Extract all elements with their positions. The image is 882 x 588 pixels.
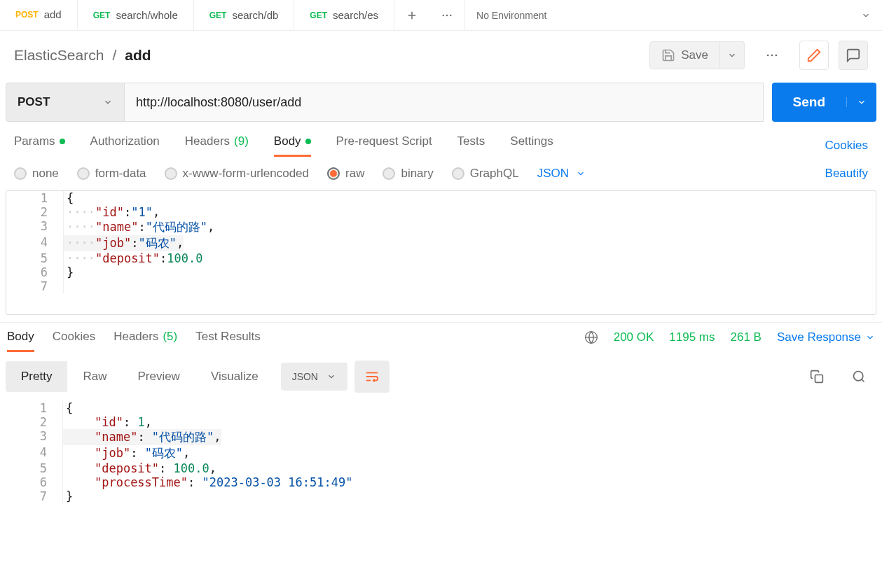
save-button-group: Save	[649, 41, 745, 69]
view-raw[interactable]: Raw	[67, 361, 122, 392]
tab-label: add	[44, 8, 62, 20]
dot-icon	[305, 139, 311, 144]
copy-response-button[interactable]	[799, 370, 834, 384]
url-input[interactable]: http://localhost:8080/user/add	[125, 83, 764, 122]
more-tabs-button[interactable]	[429, 9, 464, 22]
radio-icon	[14, 167, 27, 180]
radio-binary[interactable]: binary	[383, 167, 433, 181]
radio-xwww[interactable]: x-www-form-urlencoded	[165, 167, 309, 181]
pencil-icon	[806, 48, 822, 63]
dot-icon	[60, 139, 65, 144]
radio-form-data[interactable]: form-data	[77, 167, 146, 181]
radio-icon	[327, 167, 340, 180]
save-label: Save	[681, 48, 708, 62]
search-response-button[interactable]	[841, 370, 876, 384]
response-body-editor[interactable]: 1{ 2 "id": 1, 3 "name": "代码的路", 4 "job":…	[0, 401, 882, 503]
chevron-down-icon	[857, 97, 867, 107]
tab-search-db[interactable]: GET search/db	[194, 0, 295, 30]
svg-point-3	[446, 14, 448, 15]
send-button[interactable]: Send	[772, 94, 846, 110]
copy-icon	[810, 370, 824, 384]
environment-selector[interactable]: No Environment	[464, 0, 882, 30]
svg-point-7	[776, 55, 778, 57]
response-time: 1195 ms	[669, 330, 715, 344]
save-response-button[interactable]: Save Response	[777, 330, 875, 344]
body-type-row: none form-data x-www-form-urlencoded raw…	[0, 157, 882, 190]
tab-actions	[394, 0, 464, 30]
response-tabs: Body Cookies Headers(5) Test Results 200…	[0, 322, 882, 352]
request-tabs: Params Authorization Headers(9) Body Pre…	[0, 122, 882, 157]
chevron-down-icon	[326, 372, 336, 382]
tab-search-whole[interactable]: GET search/whole	[78, 0, 194, 30]
response-size: 261 B	[731, 330, 762, 344]
breadcrumb-name: add	[125, 47, 151, 64]
top-tabs: POST add GET search/whole GET search/db …	[0, 0, 882, 31]
edit-button[interactable]	[799, 41, 829, 70]
comment-icon	[846, 48, 861, 63]
response-format-select[interactable]: JSON	[281, 363, 347, 391]
send-dropdown[interactable]	[846, 97, 876, 107]
response-meta: 200 OK 1195 ms 261 B Save Response	[584, 330, 875, 351]
view-visualize[interactable]: Visualize	[195, 361, 274, 392]
tab-settings[interactable]: Settings	[510, 134, 553, 157]
method-select[interactable]: POST	[6, 83, 125, 122]
tab-params[interactable]: Params	[14, 134, 65, 157]
save-dropdown[interactable]	[719, 42, 744, 69]
svg-point-4	[450, 14, 451, 15]
tab-search-es[interactable]: GET search/es	[294, 0, 394, 30]
chevron-down-icon	[861, 10, 871, 20]
search-icon	[852, 370, 866, 384]
view-pretty[interactable]: Pretty	[6, 361, 67, 392]
wrap-lines-button[interactable]	[354, 360, 390, 393]
chevron-down-icon	[727, 50, 737, 60]
radio-icon	[77, 167, 90, 180]
response-toolbar: Pretty Raw Preview Visualize JSON	[0, 352, 882, 401]
view-preview[interactable]: Preview	[122, 361, 195, 392]
radio-graphql[interactable]: GraphQL	[452, 167, 519, 181]
tab-body[interactable]: Body	[274, 134, 311, 157]
tab-tests[interactable]: Tests	[457, 134, 485, 157]
radio-icon	[165, 167, 177, 180]
chevron-down-icon	[103, 97, 113, 107]
tab-label: search/db	[232, 9, 278, 21]
breadcrumb-sep: /	[112, 47, 116, 64]
body-format-select[interactable]: JSON	[537, 167, 586, 181]
more-actions-button[interactable]	[754, 48, 790, 62]
view-mode-segmented: Pretty Raw Preview Visualize	[6, 361, 274, 392]
cookies-link[interactable]: Cookies	[825, 139, 868, 153]
environment-label: No Environment	[476, 10, 546, 21]
method-badge: GET	[209, 10, 227, 20]
chevron-down-icon	[576, 169, 586, 178]
resp-tab-cookies[interactable]: Cookies	[53, 330, 95, 352]
url-row: POST http://localhost:8080/user/add Send	[0, 83, 882, 122]
globe-icon[interactable]	[584, 330, 598, 344]
resp-tab-headers[interactable]: Headers(5)	[113, 330, 177, 352]
new-tab-button[interactable]	[394, 9, 429, 22]
radio-icon	[452, 167, 464, 180]
tab-add[interactable]: POST add	[0, 0, 78, 30]
svg-point-2	[443, 14, 444, 15]
tab-authorization[interactable]: Authorization	[90, 134, 160, 157]
breadcrumb-collection[interactable]: ElasticSearch	[14, 47, 104, 64]
svg-point-13	[854, 372, 863, 381]
wrap-icon	[364, 369, 380, 384]
url-value: http://localhost:8080/user/add	[136, 95, 301, 110]
send-button-group: Send	[772, 83, 876, 122]
save-icon	[661, 48, 675, 62]
svg-point-6	[771, 55, 773, 57]
resp-tab-test-results[interactable]: Test Results	[195, 330, 261, 352]
tab-prerequest[interactable]: Pre-request Script	[336, 134, 432, 157]
comment-button[interactable]	[839, 41, 868, 70]
radio-raw[interactable]: raw	[327, 167, 364, 181]
tab-headers[interactable]: Headers(9)	[185, 134, 249, 157]
method-badge: POST	[15, 10, 39, 20]
beautify-button[interactable]: Beautify	[825, 167, 868, 181]
svg-line-14	[862, 379, 864, 382]
radio-none[interactable]: none	[14, 167, 59, 181]
method-value: POST	[18, 95, 50, 109]
radio-icon	[383, 167, 395, 180]
header-actions: Save	[649, 41, 868, 70]
request-body-editor[interactable]: 1{ 2····"id":"1", 3····"name":"代码的路", 4·…	[6, 190, 876, 315]
save-button[interactable]: Save	[650, 48, 719, 62]
resp-tab-body[interactable]: Body	[7, 330, 34, 352]
